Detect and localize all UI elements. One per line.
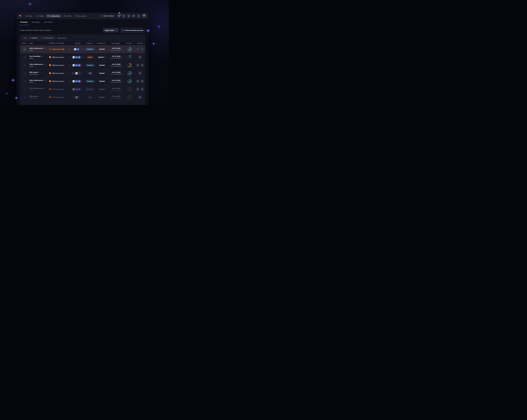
nav-item-insights[interactable]: Insights (34, 14, 45, 18)
offer-label[interactable]: Offering nameee... (52, 96, 65, 98)
user-avatar[interactable] (142, 14, 146, 18)
linkedin-channel-icon (75, 80, 78, 82)
edit-name-button[interactable] (45, 79, 47, 81)
nav-item-my-products[interactable]: My products (74, 14, 88, 18)
persona-row[interactable]: {File name}XLSX formatOffering nameee...… (20, 93, 145, 101)
persona-row[interactable]: John Andersonnn...OwnerOffering nameee..… (20, 85, 145, 93)
column-header-date[interactable]: Date added↓ (108, 43, 124, 44)
duplicate-button[interactable] (136, 79, 139, 83)
persona-row[interactable]: John Andersonnn...OwnerOffering nameee..… (20, 61, 145, 69)
delete-button[interactable] (140, 88, 144, 91)
edit-name-button[interactable] (45, 64, 47, 65)
edit-name-button[interactable] (39, 96, 40, 97)
column-header-product[interactable]: Product & Offering↓ (49, 43, 71, 44)
delete-button[interactable] (138, 96, 142, 99)
edit-name-button[interactable] (45, 88, 47, 89)
channels-expand-button[interactable] (82, 56, 84, 58)
column-header-state[interactable]: State↓ (20, 43, 29, 44)
offer-label[interactable]: Offering nameee... (52, 80, 65, 82)
state-pause-button[interactable] (23, 64, 26, 67)
persona-row[interactable]: Tax ConsultantZapierOffering nameee...Za… (20, 53, 145, 61)
offer-expand-button[interactable] (68, 88, 70, 90)
channels-pill[interactable] (72, 96, 81, 99)
edit-name-button[interactable] (42, 55, 43, 57)
offer-label[interactable]: Select your offer (52, 48, 65, 50)
column-header-name[interactable]: Name↓ (29, 43, 49, 44)
persona-name: John Andersonnn... (29, 47, 44, 49)
time-added: 12:12 PM (GMT-5) (110, 89, 122, 91)
offer-expand-button[interactable] (68, 72, 70, 74)
channels-pill[interactable] (72, 56, 81, 59)
view-general-button[interactable]: General (29, 37, 38, 39)
delete-button[interactable] (138, 71, 142, 75)
import-from-button[interactable]: Import from (103, 28, 118, 33)
channels-expand-button[interactable] (82, 80, 84, 82)
nav-item-pipeline[interactable]: Pipeline (62, 14, 73, 18)
edit-name-button[interactable] (39, 71, 40, 73)
date-added: Jul 19, 2025 (112, 96, 120, 97)
state-play-button[interactable] (23, 47, 26, 51)
duplicate-button[interactable] (136, 64, 139, 67)
offer-label[interactable]: Offering nameee... (52, 72, 65, 74)
state-pause-button[interactable] (23, 80, 26, 83)
offer-label[interactable]: Offering nameee... (52, 64, 65, 66)
tab-personas[interactable]: Personas (20, 19, 28, 25)
state-hand-button[interactable] (23, 88, 26, 91)
calendar-button[interactable] (132, 14, 136, 18)
settings-button[interactable] (137, 14, 141, 18)
offer-label[interactable]: Offering nameee... (52, 88, 65, 90)
view-performance-button[interactable]: Performance (41, 37, 54, 39)
persona-row[interactable]: John Andersonnn...OwnerOffering nameee..… (20, 77, 145, 85)
duplicate-button[interactable] (136, 88, 139, 91)
persona-subtitle: Owner (29, 89, 34, 91)
docs-button[interactable] (122, 14, 126, 18)
delete-button[interactable] (140, 64, 144, 67)
channels-pill[interactable] (72, 80, 81, 83)
channels-expand-button[interactable] (82, 64, 84, 66)
delete-button[interactable] (138, 55, 142, 59)
channels-pill[interactable] (72, 48, 81, 51)
offer-expand-button[interactable] (68, 64, 70, 66)
sync-icon (129, 64, 130, 66)
duplicate-button[interactable] (136, 47, 139, 51)
state-pause-button[interactable] (23, 55, 26, 59)
offer-expand-button[interactable] (68, 96, 70, 98)
tab-auto-replies[interactable]: Auto-replies (44, 19, 53, 25)
nav-item-configurations[interactable]: Configurations (46, 14, 61, 18)
prospects-count: 150,000 (99, 48, 105, 50)
state-pause-button[interactable] (23, 72, 26, 75)
find-persona-button[interactable]: Find the perfect persona (120, 28, 145, 33)
share-feedback-button[interactable]: Share feedback (99, 14, 116, 18)
status-ring (128, 95, 132, 99)
channels-expand-button[interactable] (82, 96, 84, 98)
gift-button[interactable] (117, 14, 121, 18)
offer-expand-button[interactable] (68, 48, 70, 50)
delete-button[interactable] (140, 79, 144, 83)
delete-button[interactable] (140, 47, 144, 51)
demo-button[interactable] (127, 14, 131, 18)
offer-label[interactable]: Offering nameee... (52, 56, 65, 58)
persona-subtitle: Owner (29, 49, 34, 51)
edit-name-button[interactable] (45, 47, 47, 49)
content-area: Create a persona to launch your campaign… (17, 25, 148, 105)
channels-expand-button[interactable] (82, 48, 84, 50)
status-ring (128, 87, 132, 91)
nav-item-inbox[interactable]: Inbox (24, 14, 34, 18)
channels-expand-button[interactable] (82, 88, 84, 90)
channels-expand-button[interactable] (82, 72, 84, 74)
tab-messaging[interactable]: Messaging (32, 19, 40, 25)
column-header-source[interactable]: Source↓ (85, 43, 96, 44)
offer-expand-button[interactable] (68, 56, 70, 58)
column-header-status[interactable]: Status↓ (124, 43, 135, 44)
channels-pill[interactable] (72, 88, 81, 91)
brand-logo-icon[interactable] (19, 14, 22, 18)
channels-pill[interactable] (72, 72, 81, 75)
state-hand-button[interactable] (23, 96, 26, 99)
column-header-prospects[interactable]: Prospects↓ (96, 43, 108, 44)
persona-row[interactable]: John Andersonnn...OwnerSelect your offer… (20, 45, 145, 53)
offer-expand-button[interactable] (68, 80, 70, 82)
persona-name: {File name} (29, 71, 38, 73)
source-badge: Database (85, 64, 95, 67)
channels-pill[interactable] (72, 64, 81, 67)
persona-row[interactable]: {File name}XLSX formatOffering nameee...… (20, 69, 145, 77)
